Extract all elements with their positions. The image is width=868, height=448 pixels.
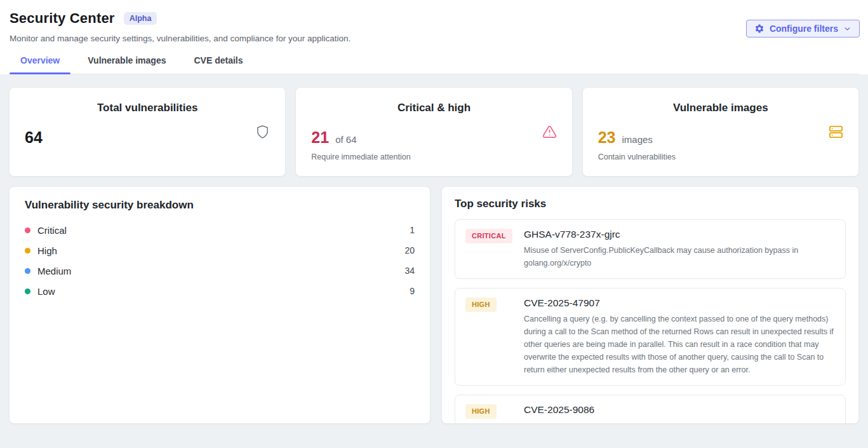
low-dot-icon bbox=[25, 288, 30, 294]
breakdown-row-medium: Medium 34 bbox=[25, 261, 415, 281]
page-title: Security Center bbox=[10, 10, 115, 27]
stat-value: 64 bbox=[25, 128, 43, 147]
shield-icon bbox=[255, 125, 270, 142]
top-security-risks-panel: Top security risks CRITICAL GHSA-v778-23… bbox=[441, 186, 859, 424]
breakdown-label: High bbox=[37, 245, 57, 256]
vulnerability-breakdown-panel: Vulnerability security breakdown Critica… bbox=[9, 186, 431, 424]
breakdown-label: Critical bbox=[37, 225, 67, 236]
stat-value: 21 bbox=[311, 128, 329, 147]
gear-icon bbox=[754, 24, 765, 34]
tab-vulnerable-images[interactable]: Vulnerable images bbox=[77, 55, 177, 74]
severity-badge-col: HIGH bbox=[465, 404, 524, 419]
tab-bar: Overview Vulnerable images CVE details bbox=[10, 55, 859, 74]
stat-subtitle: Contain vulnerabilities bbox=[598, 153, 843, 161]
breakdown-value: 9 bbox=[410, 286, 415, 296]
page-header: Security Center Alpha Configure filters … bbox=[0, 0, 868, 74]
risk-body: CVE-2025-9086 bbox=[524, 404, 835, 416]
breakdown-label: Medium bbox=[37, 266, 71, 276]
stat-suffix: of 64 bbox=[335, 134, 356, 145]
severity-badge: HIGH bbox=[465, 297, 497, 312]
breakdown-value: 20 bbox=[404, 245, 415, 255]
risk-card-cve-2025-47907[interactable]: HIGH CVE-2025-47907 Cancelling a query (… bbox=[455, 288, 846, 386]
risk-card-cve-2025-9086[interactable]: HIGH CVE-2025-9086 bbox=[455, 395, 846, 424]
breakdown-value: 1 bbox=[410, 225, 415, 235]
configure-filters-label: Configure filters bbox=[770, 24, 838, 34]
high-dot-icon bbox=[25, 248, 30, 254]
page-subtitle: Monitor and manage security settings, vu… bbox=[10, 34, 859, 43]
server-icon bbox=[829, 125, 843, 142]
top-risks-title: Top security risks bbox=[455, 198, 846, 210]
breakdown-row-low: Low 9 bbox=[25, 281, 415, 301]
stats-row: Total vulnerabilities 64 Critical & high… bbox=[9, 87, 859, 177]
breakdown-value: 34 bbox=[404, 266, 415, 276]
risk-description: Misuse of ServerConfig.PublicKeyCallback… bbox=[524, 244, 835, 269]
stat-card-total-vulnerabilities: Total vulnerabilities 64 bbox=[9, 87, 286, 177]
stat-card-critical-high: Critical & high 21 of 64 Require immedia… bbox=[295, 87, 572, 177]
risk-body: GHSA-v778-237x-gjrc Misuse of ServerConf… bbox=[524, 229, 835, 269]
configure-filters-button[interactable]: Configure filters bbox=[746, 20, 860, 37]
risk-id: GHSA-v778-237x-gjrc bbox=[524, 229, 835, 240]
severity-badge-col: CRITICAL bbox=[465, 229, 524, 243]
stat-card-vulnerable-images: Vulnerable images 23 images Contain vuln… bbox=[582, 87, 859, 177]
severity-badge: HIGH bbox=[465, 404, 497, 419]
risk-list: CRITICAL GHSA-v778-237x-gjrc Misuse of S… bbox=[455, 219, 846, 424]
critical-dot-icon bbox=[25, 227, 30, 233]
risk-id: CVE-2025-9086 bbox=[524, 404, 835, 416]
breakdown-row-critical: Critical 1 bbox=[25, 220, 415, 240]
risk-description: Cancelling a query (e.g. by cancelling t… bbox=[524, 313, 835, 376]
breakdown-label: Low bbox=[37, 286, 55, 297]
alpha-badge: Alpha bbox=[124, 12, 157, 25]
severity-badge-col: HIGH bbox=[465, 297, 524, 312]
stat-subtitle: Require immediate attention bbox=[311, 153, 556, 161]
risk-id: CVE-2025-47907 bbox=[524, 297, 835, 309]
stat-suffix: images bbox=[622, 134, 652, 145]
stat-title: Critical & high bbox=[311, 102, 556, 114]
breakdown-title: Vulnerability security breakdown bbox=[25, 199, 415, 212]
stat-title: Vulnerable images bbox=[598, 102, 843, 114]
panels-row: Vulnerability security breakdown Critica… bbox=[9, 186, 859, 424]
tab-overview[interactable]: Overview bbox=[10, 55, 70, 74]
alert-triangle-icon bbox=[542, 125, 557, 142]
severity-badge: CRITICAL bbox=[465, 229, 512, 243]
main-content: Total vulnerabilities 64 Critical & high… bbox=[0, 74, 868, 424]
stat-title: Total vulnerabilities bbox=[25, 102, 270, 114]
breakdown-rows: Critical 1 High 20 Medium 34 Low 9 bbox=[25, 220, 415, 301]
medium-dot-icon bbox=[25, 268, 30, 274]
stat-value: 23 bbox=[598, 128, 616, 147]
risk-body: CVE-2025-47907 Cancelling a query (e.g. … bbox=[524, 297, 835, 376]
breakdown-row-high: High 20 bbox=[25, 240, 415, 261]
tab-cve-details[interactable]: CVE details bbox=[183, 55, 253, 74]
chevron-down-icon bbox=[843, 25, 851, 33]
risk-card-ghsa-v778-237x-gjrc[interactable]: CRITICAL GHSA-v778-237x-gjrc Misuse of S… bbox=[455, 219, 846, 279]
